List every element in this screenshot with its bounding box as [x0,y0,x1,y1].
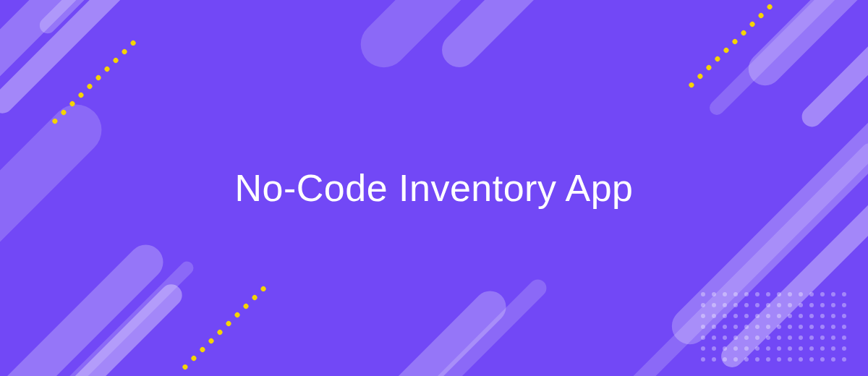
decorative-streak [0,94,112,304]
decorative-dots-yellow [182,285,267,370]
decorative-streak [435,0,592,74]
hero-title: No-Code Inventory App [234,166,633,210]
decorative-dot-grid [701,292,846,362]
hero-banner: No-Code Inventory App [0,0,868,376]
